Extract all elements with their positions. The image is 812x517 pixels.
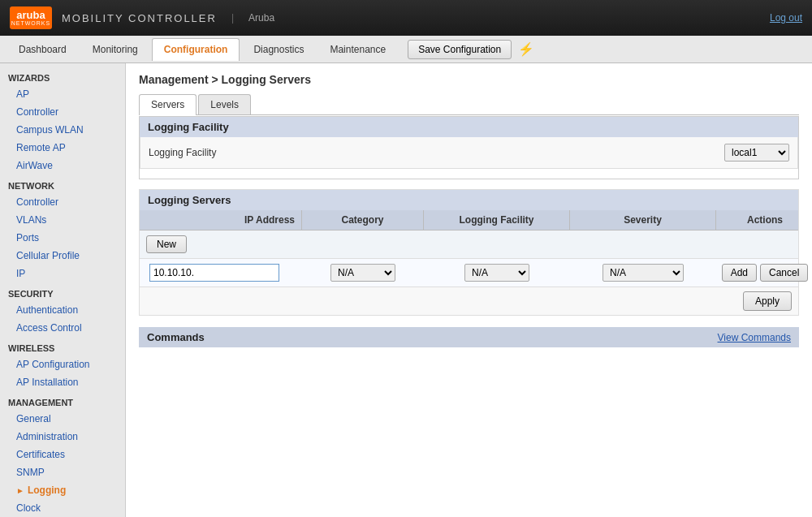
main-layout: WIZARDS AP Controller Campus WLAN Remote…: [0, 63, 812, 517]
header: aruba NETWORKS MOBILITY CONTROLLER | Aru…: [0, 0, 812, 36]
new-btn-row: New: [140, 230, 798, 259]
aruba-logo: aruba NETWORKS: [10, 6, 52, 29]
facility-row-label: Logging Facility: [149, 147, 724, 158]
add-button[interactable]: Add: [722, 264, 757, 282]
category-cell: N/A Security System User Wireless: [302, 264, 424, 282]
logout-link[interactable]: Log out: [770, 12, 802, 24]
header-divider: |: [231, 12, 234, 24]
tab-dashboard[interactable]: Dashboard: [6, 38, 79, 61]
sidebar-item-certificates[interactable]: Certificates: [0, 446, 125, 463]
org-name: Aruba: [248, 12, 274, 24]
app-title: MOBILITY CONTROLLER: [62, 12, 217, 24]
th-actions: Actions: [716, 210, 812, 230]
servers-section: Logging Servers IP Address Category Logg…: [139, 189, 799, 316]
save-config-button[interactable]: Save Configuration: [408, 40, 512, 59]
category-select[interactable]: N/A Security System User Wireless: [330, 264, 395, 282]
facility-section-header: Logging Facility: [140, 117, 798, 137]
sidebar-item-clock[interactable]: Clock: [0, 499, 125, 517]
lightning-icon[interactable]: ⚡: [518, 41, 534, 57]
sidebar-item-ap[interactable]: AP: [0, 85, 125, 103]
section-wizards: WIZARDS: [0, 67, 125, 85]
section-management: MANAGEMENT: [0, 391, 125, 410]
sidebar-item-logging[interactable]: ► Logging: [0, 481, 125, 499]
facility-row: Logging Facility local0 local1 local2 lo…: [140, 137, 798, 169]
row-actions-cell: Add Cancel: [716, 264, 812, 282]
sidebar-item-campus-wlan[interactable]: Campus WLAN: [0, 121, 125, 139]
sidebar-item-ap-install[interactable]: AP Installation: [0, 373, 125, 391]
tab-levels[interactable]: Levels: [198, 94, 251, 114]
input-row: N/A Security System User Wireless N/A lo…: [140, 259, 798, 287]
header-left: aruba NETWORKS MOBILITY CONTROLLER | Aru…: [10, 6, 274, 29]
th-category: Category: [302, 210, 424, 230]
sidebar-item-vlans[interactable]: VLANs: [0, 211, 125, 229]
section-security: SECURITY: [0, 282, 125, 301]
sidebar-item-general[interactable]: General: [0, 410, 125, 428]
new-button[interactable]: New: [146, 235, 187, 253]
sidebar-item-cellular-profile[interactable]: Cellular Profile: [0, 247, 125, 265]
sidebar-item-net-controller[interactable]: Controller: [0, 193, 125, 211]
severity-select[interactable]: N/A Emergency Alert Critical Error Warni…: [603, 264, 684, 282]
sidebar-item-snmp[interactable]: SNMP: [0, 463, 125, 481]
logo-sub: NETWORKS: [11, 20, 50, 26]
sidebar-item-ap-config[interactable]: AP Configuration: [0, 355, 125, 373]
content-area: Management > Logging Servers Servers Lev…: [126, 63, 812, 517]
severity-cell: N/A Emergency Alert Critical Error Warni…: [570, 264, 716, 282]
section-network: NETWORK: [0, 174, 125, 193]
active-arrow-icon: ►: [16, 486, 24, 495]
sidebar-item-access-control[interactable]: Access Control: [0, 319, 125, 337]
sidebar-item-remote-ap[interactable]: Remote AP: [0, 139, 125, 157]
breadcrumb: Management > Logging Servers: [139, 73, 799, 86]
tab-maintenance[interactable]: Maintenance: [317, 38, 398, 61]
th-severity: Severity: [570, 210, 716, 230]
sidebar: WIZARDS AP Controller Campus WLAN Remote…: [0, 63, 126, 517]
commands-section: Commands View Commands: [139, 327, 799, 347]
ip-address-input[interactable]: [149, 264, 279, 282]
apply-button[interactable]: Apply: [743, 291, 792, 311]
content-tabs: Servers Levels: [139, 94, 799, 115]
apply-row: Apply: [140, 287, 798, 315]
nav-tabs: Dashboard Monitoring Configuration Diagn…: [0, 36, 812, 63]
sidebar-item-controller[interactable]: Controller: [0, 103, 125, 121]
tab-diagnostics[interactable]: Diagnostics: [241, 38, 316, 61]
tab-configuration[interactable]: Configuration: [152, 38, 240, 61]
view-commands-link[interactable]: View Commands: [718, 332, 791, 343]
servers-section-header: Logging Servers: [140, 190, 798, 210]
sidebar-item-ports[interactable]: Ports: [0, 229, 125, 247]
servers-table-header: IP Address Category Logging Facility Sev…: [140, 210, 798, 230]
ip-cell: [140, 264, 302, 282]
sidebar-item-administration[interactable]: Administration: [0, 428, 125, 446]
th-ip: IP Address: [140, 210, 302, 230]
th-logging-facility: Logging Facility: [424, 210, 570, 230]
logging-facility-cell: N/A local0 local1 local2 local3: [424, 264, 570, 282]
cancel-button[interactable]: Cancel: [760, 264, 808, 282]
logging-facility-row-select[interactable]: N/A local0 local1 local2 local3: [464, 264, 529, 282]
sidebar-item-airwave[interactable]: AirWave: [0, 157, 125, 174]
section-wireless: WIRELESS: [0, 337, 125, 355]
tab-monitoring[interactable]: Monitoring: [80, 38, 150, 61]
sidebar-item-authentication[interactable]: Authentication: [0, 301, 125, 319]
logo-text: aruba: [16, 10, 45, 20]
logo-box: aruba NETWORKS: [10, 6, 52, 29]
commands-label: Commands: [147, 331, 205, 343]
tab-servers[interactable]: Servers: [139, 94, 197, 115]
sidebar-item-ip[interactable]: IP: [0, 265, 125, 282]
facility-select[interactable]: local0 local1 local2 local3 local4 local…: [724, 144, 789, 162]
